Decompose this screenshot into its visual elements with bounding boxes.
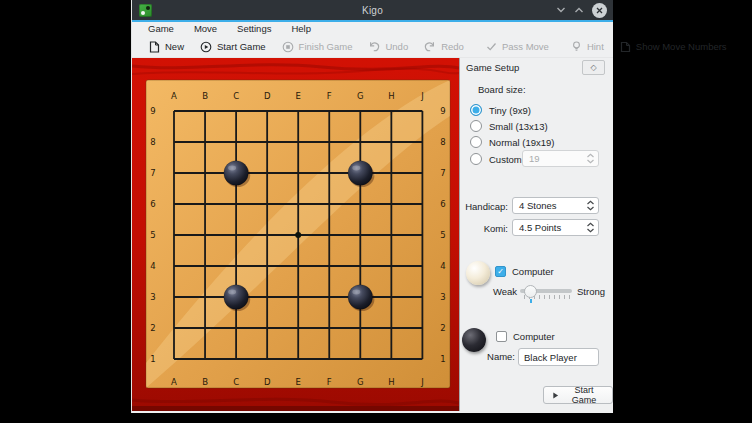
new-button[interactable]: New <box>141 37 192 57</box>
go-board[interactable]: AABBCCDDEEFFGGHHJJ998877665544332211 <box>132 58 459 411</box>
dock-float-icon: ◇ <box>590 63 596 72</box>
board-coordinate-label: J <box>420 377 424 387</box>
panel-start-game-button[interactable]: Start Game <box>543 386 613 404</box>
stone-C7 <box>224 161 249 186</box>
radio-tiny[interactable]: Tiny (9x9) <box>470 103 531 117</box>
move-numbers-board-icon <box>620 41 631 53</box>
stop-circle-icon <box>282 41 294 53</box>
name-label: Name: <box>482 351 515 362</box>
board-coordinate-label: J <box>420 91 424 101</box>
kigo-window: Kigo Game Move Settings Help <box>131 0 613 413</box>
radio-normal[interactable]: Normal (19x19) <box>470 135 554 149</box>
stone-C3 <box>224 285 249 310</box>
spinbox-arrows-icon[interactable] <box>586 153 595 164</box>
go-board-svg[interactable]: AABBCCDDEEFFGGHHJJ998877665544332211 <box>132 58 459 411</box>
handicap-label: Handicap: <box>462 201 508 212</box>
menubar: Game Move Settings Help <box>132 22 613 36</box>
chevron-up-icon <box>574 6 584 14</box>
board-coordinate-label: E <box>296 377 301 387</box>
white-stone-avatar <box>466 261 490 285</box>
slider-weak-label: Weak <box>493 286 517 297</box>
show-move-numbers-button[interactable]: Show Move Numbers <box>612 37 735 57</box>
redo-arrow-icon <box>424 41 436 52</box>
checkmark-icon <box>486 41 497 52</box>
undo-arrow-icon <box>368 41 380 52</box>
play-circle-icon <box>200 41 212 53</box>
radio-small[interactable]: Small (13x13) <box>470 119 548 133</box>
maximize-button[interactable] <box>574 6 584 14</box>
board-coordinate-label: F <box>327 91 332 101</box>
board-coordinate-label: 6 <box>150 199 155 209</box>
board-coordinate-label: 7 <box>440 168 445 178</box>
board-size-label: Board size: <box>478 84 526 95</box>
board-coordinate-label: G <box>357 377 364 387</box>
panel-title: Game Setup <box>466 62 519 73</box>
board-coordinate-label: G <box>357 91 364 101</box>
handicap-spinbox[interactable]: 4 Stones <box>512 197 599 214</box>
finish-game-button[interactable]: Finish Game <box>274 37 361 57</box>
menu-help[interactable]: Help <box>281 22 321 36</box>
menu-settings[interactable]: Settings <box>227 22 281 36</box>
board-coordinate-label: 1 <box>440 354 445 364</box>
dock-float-button[interactable]: ◇ <box>582 60 605 75</box>
board-coordinate-label: H <box>388 377 394 387</box>
radio-circle <box>470 153 482 165</box>
board-coordinate-label: F <box>327 377 332 387</box>
board-coordinate-label: A <box>171 91 177 101</box>
menu-game[interactable]: Game <box>138 22 184 36</box>
toolbar: New Start Game Finish Game Undo Redo P <box>132 36 613 58</box>
kigo-app-icon <box>139 4 152 17</box>
play-icon <box>552 391 559 400</box>
stone-G7 <box>348 161 373 186</box>
star-point <box>295 232 301 238</box>
white-computer-label: Computer <box>512 266 554 277</box>
board-coordinate-label: 4 <box>150 261 155 271</box>
spinbox-arrows-icon[interactable] <box>586 222 595 233</box>
pass-move-button[interactable]: Pass Move <box>478 37 557 57</box>
radio-custom[interactable]: Custom: <box>470 152 524 166</box>
board-coordinate-label: E <box>296 91 301 101</box>
close-icon <box>595 6 604 15</box>
board-coordinate-label: C <box>233 91 239 101</box>
titlebar[interactable]: Kigo <box>132 0 613 22</box>
radio-circle <box>470 120 482 132</box>
minimize-button[interactable] <box>556 6 566 14</box>
start-game-button[interactable]: Start Game <box>192 37 274 57</box>
komi-label: Komi: <box>462 223 508 234</box>
board-coordinate-label: 5 <box>150 230 155 240</box>
black-computer-checkbox[interactable]: ✓ <box>496 331 507 342</box>
black-stone-avatar <box>462 328 486 352</box>
stone-G3 <box>348 285 373 310</box>
black-computer-label: Computer <box>513 331 555 342</box>
board-coordinate-label: 2 <box>150 323 155 333</box>
white-computer-checkbox[interactable]: ✓ <box>495 266 506 277</box>
board-coordinate-label: B <box>202 377 208 387</box>
chevron-down-icon <box>556 6 566 14</box>
menu-move[interactable]: Move <box>184 22 227 36</box>
board-coordinate-label: B <box>202 91 208 101</box>
board-coordinate-label: 4 <box>440 261 445 271</box>
radio-circle <box>470 104 482 116</box>
game-setup-panel: Game Setup ◇ Board size: Tiny (9x9) Smal… <box>460 58 613 411</box>
board-coordinate-label: 5 <box>440 230 445 240</box>
board-coordinate-label: 8 <box>440 137 445 147</box>
desktop-background: Kigo Game Move Settings Help <box>0 0 752 423</box>
black-player-name-input[interactable] <box>518 348 599 366</box>
radio-circle <box>470 136 482 148</box>
new-document-icon <box>149 41 160 53</box>
board-coordinate-label: 8 <box>150 137 155 147</box>
custom-size-spinbox[interactable]: 19 <box>522 150 599 167</box>
close-button[interactable] <box>592 3 607 18</box>
strength-slider-handle[interactable] <box>524 285 537 298</box>
board-coordinate-label: 9 <box>440 106 445 116</box>
board-coordinate-label: 6 <box>440 199 445 209</box>
undo-button[interactable]: Undo <box>360 37 416 57</box>
hint-button[interactable]: Hint <box>563 37 612 57</box>
board-coordinate-label: A <box>171 377 177 387</box>
board-coordinate-label: H <box>388 91 394 101</box>
spinbox-arrows-icon[interactable] <box>586 200 595 211</box>
komi-spinbox[interactable]: 4.5 Points <box>512 219 599 236</box>
redo-button[interactable]: Redo <box>416 37 472 57</box>
board-coordinate-label: 7 <box>150 168 155 178</box>
board-coordinate-label: 1 <box>150 354 155 364</box>
